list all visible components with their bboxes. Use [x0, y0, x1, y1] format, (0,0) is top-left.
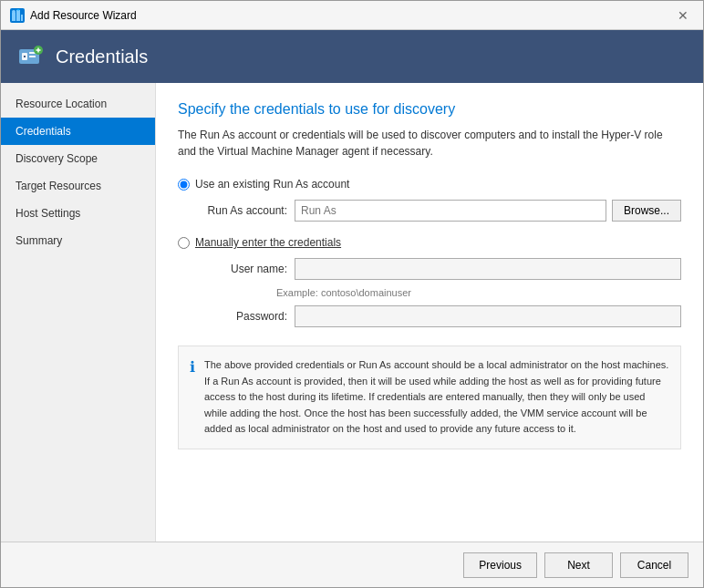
header-icon: [16, 42, 45, 71]
info-icon: ℹ: [190, 358, 195, 438]
add-resource-wizard-window: Add Resource Wizard ✕ Credentials: [0, 0, 704, 588]
run-as-field-label: Run As account:: [196, 204, 287, 217]
svg-rect-1: [16, 10, 20, 21]
info-box: ℹ The above provided credentials or Run …: [178, 346, 681, 449]
content-area: Resource Location Credentials Discovery …: [1, 83, 703, 542]
manual-credentials-radio[interactable]: [178, 237, 190, 249]
window-icon: [10, 8, 25, 23]
run-as-input[interactable]: [295, 200, 606, 222]
username-label: User name:: [196, 263, 287, 275]
window-title: Add Resource Wizard: [30, 9, 137, 22]
svg-rect-10: [29, 56, 36, 57]
password-input-group: [295, 305, 681, 327]
run-as-account-option-group: Use an existing Run As account Run As ac…: [178, 178, 681, 222]
password-field-row: Password:: [196, 305, 681, 327]
sidebar-item-target-resources[interactable]: Target Resources: [1, 172, 155, 200]
password-input[interactable]: [295, 305, 681, 327]
svg-rect-0: [12, 13, 16, 21]
footer: Previous Next Cancel: [1, 542, 703, 587]
sidebar: Resource Location Credentials Discovery …: [1, 83, 156, 542]
header-bar: Credentials: [1, 30, 703, 83]
use-run-as-radio[interactable]: [178, 179, 190, 191]
close-button[interactable]: ✕: [672, 7, 694, 24]
svg-point-3: [12, 10, 16, 14]
manual-credentials-radio-label[interactable]: Manually enter the credentials: [178, 236, 681, 249]
manual-credentials-label: Manually enter the credentials: [195, 236, 341, 249]
username-example: Example: contoso\domainuser: [276, 287, 681, 298]
sidebar-item-summary[interactable]: Summary: [1, 227, 155, 254]
header-title: Credentials: [56, 46, 148, 67]
username-input[interactable]: [295, 258, 681, 280]
next-button[interactable]: Next: [544, 552, 613, 578]
main-content: Specify the credentials to use for disco…: [156, 83, 703, 542]
use-run-as-label: Use an existing Run As account: [195, 178, 349, 191]
password-label: Password:: [196, 310, 287, 323]
svg-rect-2: [21, 15, 23, 21]
username-input-group: [295, 258, 681, 280]
section-title: Specify the credentials to use for disco…: [178, 101, 681, 118]
title-bar-left: Add Resource Wizard: [10, 8, 137, 23]
manual-credentials-option-group: Manually enter the credentials User name…: [178, 236, 681, 327]
run-as-field-row: Run As account: Browse...: [196, 200, 681, 222]
title-bar: Add Resource Wizard ✕: [1, 1, 703, 30]
run-as-input-group: Browse...: [295, 200, 681, 222]
sidebar-item-host-settings[interactable]: Host Settings: [1, 200, 155, 227]
info-text: The above provided credentials or Run As…: [204, 357, 669, 438]
browse-button[interactable]: Browse...: [612, 200, 681, 222]
username-field-row: User name:: [196, 258, 681, 280]
use-run-as-radio-label[interactable]: Use an existing Run As account: [178, 178, 681, 191]
sidebar-item-discovery-scope[interactable]: Discovery Scope: [1, 145, 155, 172]
sidebar-item-resource-location[interactable]: Resource Location: [1, 90, 155, 118]
previous-button[interactable]: Previous: [463, 552, 537, 578]
description: The Run As account or credentials will b…: [178, 127, 681, 160]
sidebar-item-credentials[interactable]: Credentials: [1, 118, 155, 145]
cancel-button[interactable]: Cancel: [620, 552, 688, 578]
